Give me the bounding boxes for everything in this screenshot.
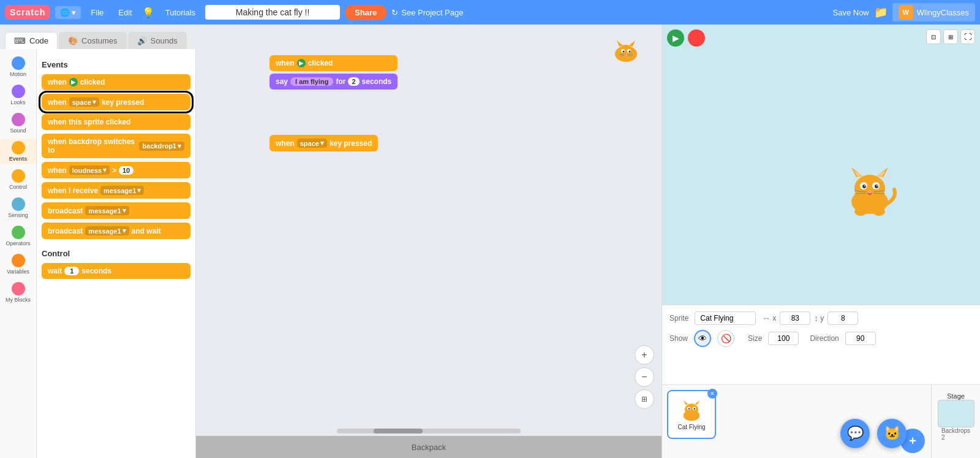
user-menu[interactable]: W WlingyClasses bbox=[892, 3, 975, 21]
scratch-logo[interactable]: Scratch bbox=[5, 5, 50, 20]
flag-icon: ▶ bbox=[69, 78, 78, 86]
svg-point-14 bbox=[854, 175, 885, 202]
myblocks-label: My Blocks bbox=[6, 297, 31, 303]
script-key-dropdown[interactable]: space ▾ bbox=[297, 139, 327, 148]
loudness-dropdown[interactable]: loudness ▾ bbox=[69, 166, 110, 175]
block-when-flag[interactable]: when ▶ clicked bbox=[42, 74, 190, 90]
show-label: Show bbox=[669, 334, 688, 343]
topbar: Scratch 🌐 ▾ File Edit 💡 Tutorials Share … bbox=[0, 0, 980, 25]
svg-point-21 bbox=[862, 185, 866, 188]
tab-costumes[interactable]: 🎨 Costumes bbox=[59, 32, 127, 49]
stage-thumbnail[interactable] bbox=[938, 400, 974, 427]
broadcast-wait-dropdown[interactable]: message1 ▾ bbox=[85, 226, 129, 235]
sounds-tab-icon: 🔊 bbox=[137, 36, 147, 45]
script-when-flag[interactable]: when ▶ clicked bbox=[270, 55, 398, 71]
category-looks[interactable]: Looks bbox=[0, 82, 36, 108]
block-when-key[interactable]: when space ▾ key pressed bbox=[42, 94, 190, 110]
cat-fling-button[interactable]: 🐱 bbox=[877, 419, 907, 448]
svg-point-39 bbox=[694, 408, 696, 410]
cat-fling-icon[interactable]: 🐱 bbox=[877, 419, 907, 448]
script-when-key[interactable]: when space ▾ key pressed bbox=[270, 135, 378, 151]
sprite-x-input[interactable] bbox=[780, 311, 810, 325]
category-sound[interactable]: Sound bbox=[0, 110, 36, 136]
script-say-num[interactable]: 2 bbox=[348, 77, 359, 86]
size-input[interactable] bbox=[768, 332, 799, 345]
block-backdrop-text: when backdrop switches to bbox=[48, 137, 137, 155]
save-button[interactable]: Save Now bbox=[833, 8, 869, 17]
script-group-1: when ▶ clicked say I am flying for 2 sec… bbox=[270, 55, 398, 91]
svg-point-33 bbox=[685, 403, 698, 415]
hide-button[interactable]: 🚫 bbox=[717, 330, 734, 347]
script-group-2: when space ▾ key pressed bbox=[270, 135, 378, 153]
block-when-loudness[interactable]: when loudness ▾ > 10 bbox=[42, 162, 190, 178]
block-when-sprite-clicked[interactable]: when this sprite clicked bbox=[42, 114, 190, 130]
category-sensing[interactable]: Sensing bbox=[0, 195, 36, 221]
sprite-thumbnail-area bbox=[609, 37, 643, 66]
tab-code[interactable]: ⌨ Code bbox=[5, 32, 58, 49]
category-operators[interactable]: Operators bbox=[0, 223, 36, 249]
block-when-receive[interactable]: when I receive message1 ▾ bbox=[42, 182, 190, 199]
direction-label: Direction bbox=[810, 334, 839, 343]
block-broadcast[interactable]: broadcast message1 ▾ bbox=[42, 202, 190, 219]
backdrop-dropdown[interactable]: backdrop1 ▾ bbox=[139, 142, 184, 151]
broadcast-dropdown[interactable]: message1 ▾ bbox=[85, 206, 129, 215]
x-coord-label: ↔ x bbox=[762, 313, 776, 323]
stage-fullscreen-button[interactable]: ⛶ bbox=[960, 29, 975, 44]
svg-point-31 bbox=[873, 207, 885, 216]
backpack-bar[interactable]: Backpack bbox=[196, 436, 662, 458]
chat-button[interactable]: 💬 bbox=[840, 419, 870, 448]
zoom-in-button[interactable]: + bbox=[635, 345, 654, 365]
sprite-delete-button[interactable]: ✕ bbox=[707, 389, 717, 399]
file-menu[interactable]: File bbox=[86, 6, 108, 19]
globe-icon: 🌐 bbox=[60, 8, 70, 17]
stage-shrink-button[interactable]: ⊡ bbox=[926, 29, 941, 44]
stop-button[interactable] bbox=[688, 29, 705, 47]
scripts-area[interactable]: when ▶ clicked say I am flying for 2 sec… bbox=[196, 25, 662, 458]
receive-dropdown[interactable]: message1 ▾ bbox=[100, 186, 144, 195]
script-say-input[interactable]: I am flying bbox=[290, 77, 333, 86]
category-variables[interactable]: Variables bbox=[0, 251, 36, 277]
y-coord-label: ↕ y bbox=[814, 313, 824, 323]
block-when-backdrop[interactable]: when backdrop switches to backdrop1 ▾ bbox=[42, 134, 190, 158]
block-wait[interactable]: wait 1 seconds bbox=[42, 263, 190, 279]
y-label: y bbox=[820, 314, 824, 323]
stage-normal-button[interactable]: ⊞ bbox=[943, 29, 958, 44]
sprite-thumb-label: Cat Flying bbox=[677, 424, 705, 430]
see-project-button[interactable]: ↻ See Project Page bbox=[391, 8, 463, 17]
folder-button[interactable]: 📁 bbox=[874, 6, 888, 19]
category-control[interactable]: Control bbox=[0, 167, 36, 193]
variables-dot bbox=[12, 254, 25, 267]
project-name-input[interactable] bbox=[205, 5, 340, 20]
loudness-input[interactable]: 10 bbox=[119, 166, 134, 175]
key-dropdown[interactable]: space ▾ bbox=[69, 97, 99, 107]
horizontal-scrollbar[interactable] bbox=[337, 429, 521, 433]
direction-input[interactable] bbox=[845, 332, 876, 345]
language-selector[interactable]: 🌐 ▾ bbox=[55, 6, 81, 19]
svg-marker-3 bbox=[629, 40, 635, 47]
sprite-thumb-cat-flying[interactable]: ✕ Cat Flying bbox=[667, 390, 716, 439]
show-button[interactable]: 👁 bbox=[694, 330, 711, 347]
sprite-y-input[interactable] bbox=[827, 311, 858, 325]
myblocks-dot bbox=[12, 282, 25, 296]
zoom-out-button[interactable]: − bbox=[635, 367, 654, 387]
zoom-reset-button[interactable]: ⊞ bbox=[635, 389, 654, 409]
block-broadcast-wait[interactable]: broadcast message1 ▾ and wait bbox=[42, 223, 190, 239]
dropdown-arrow6: ▾ bbox=[123, 227, 126, 235]
category-myblocks[interactable]: My Blocks bbox=[0, 280, 36, 305]
tab-sounds[interactable]: 🔊 Sounds bbox=[128, 32, 187, 49]
green-flag-button[interactable]: ▶ bbox=[667, 29, 684, 47]
chat-icon[interactable]: 💬 bbox=[840, 419, 870, 448]
tutorials-menu[interactable]: Tutorials bbox=[160, 6, 200, 19]
sounds-tab-label: Sounds bbox=[151, 36, 178, 45]
wait-input[interactable]: 1 bbox=[64, 267, 79, 275]
sprite-info-row2: Show 👁 🚫 Size Direction bbox=[669, 330, 973, 347]
category-motion[interactable]: Motion bbox=[0, 54, 36, 80]
script-say[interactable]: say I am flying for 2 seconds bbox=[270, 74, 398, 90]
edit-menu[interactable]: Edit bbox=[113, 6, 137, 19]
category-events[interactable]: Events bbox=[0, 139, 36, 164]
svg-point-1 bbox=[618, 45, 634, 59]
share-button[interactable]: Share bbox=[345, 5, 386, 20]
sound-dot bbox=[12, 113, 25, 126]
block-when-flag-text: when bbox=[48, 78, 67, 86]
sprite-name-input[interactable] bbox=[695, 311, 756, 325]
